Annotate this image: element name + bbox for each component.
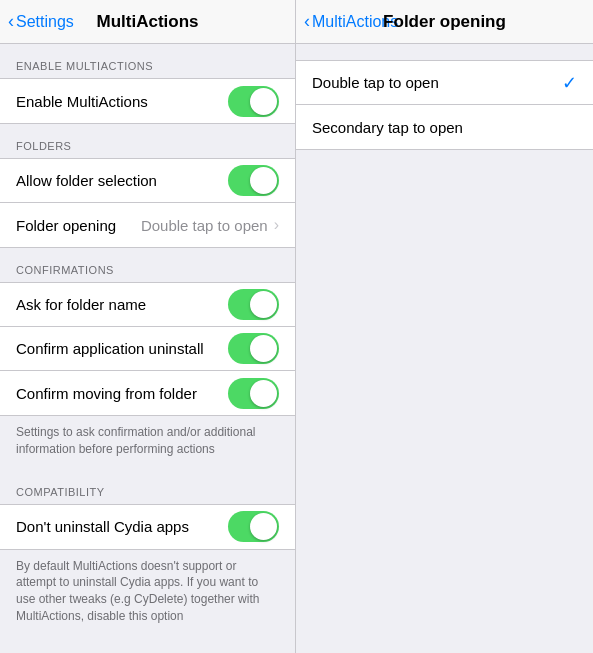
confirmations-section-header: CONFIRMATIONS: [0, 248, 295, 282]
compatibility-section-header: COMPATIBILITY: [0, 470, 295, 504]
enable-multiactions-toggle[interactable]: [228, 86, 279, 117]
left-panel: ‹ Settings MultiActions ENABLE MULTIACTI…: [0, 0, 296, 653]
right-nav-bar: ‹ MultiActions Folder opening: [296, 0, 593, 44]
secondary-tap-row[interactable]: Secondary tap to open: [296, 105, 593, 149]
right-panel: ‹ MultiActions Folder opening Double tap…: [296, 0, 593, 653]
allow-folder-selection-row[interactable]: Allow folder selection: [0, 159, 295, 203]
ask-folder-name-row[interactable]: Ask for folder name: [0, 283, 295, 327]
toggle-knob-3: [250, 291, 277, 318]
right-nav-title: Folder opening: [383, 12, 506, 32]
toggle-knob-2: [250, 167, 277, 194]
confirmations-footer: Settings to ask confirmation and/or addi…: [0, 416, 295, 470]
confirm-uninstall-row[interactable]: Confirm application uninstall: [0, 327, 295, 371]
left-back-button[interactable]: ‹ Settings: [8, 11, 74, 32]
double-tap-checkmark-icon: ✓: [562, 72, 577, 94]
toggle-knob-4: [250, 335, 277, 362]
ask-folder-name-label: Ask for folder name: [16, 296, 146, 313]
allow-folder-selection-label: Allow folder selection: [16, 172, 157, 189]
double-tap-label: Double tap to open: [312, 74, 439, 91]
left-back-chevron-icon: ‹: [8, 11, 14, 32]
compatibility-footer: By default MultiActions doesn't support …: [0, 550, 295, 637]
confirmations-section: Ask for folder name Confirm application …: [0, 282, 295, 416]
left-back-label: Settings: [16, 13, 74, 31]
folder-opening-detail: Double tap to open ›: [141, 216, 279, 234]
confirm-uninstall-toggle[interactable]: [228, 333, 279, 364]
right-back-chevron-icon: ‹: [304, 11, 310, 32]
confirm-moving-label: Confirm moving from folder: [16, 385, 197, 402]
left-nav-title: MultiActions: [97, 12, 199, 32]
enable-multiactions-label: Enable MultiActions: [16, 93, 148, 110]
folder-opening-row[interactable]: Folder opening Double tap to open ›: [0, 203, 295, 247]
left-nav-bar: ‹ Settings MultiActions: [0, 0, 295, 44]
folders-section: Allow folder selection Folder opening Do…: [0, 158, 295, 248]
enable-multiactions-row[interactable]: Enable MultiActions: [0, 79, 295, 123]
secondary-tap-label: Secondary tap to open: [312, 119, 463, 136]
folder-opening-value: Double tap to open: [141, 217, 268, 234]
confirm-moving-toggle[interactable]: [228, 378, 279, 409]
chevron-right-icon: ›: [274, 216, 279, 234]
dont-uninstall-cydia-label: Don't uninstall Cydia apps: [16, 518, 189, 535]
enable-section-header: ENABLE MULTIACTIONS: [0, 44, 295, 78]
toggle-knob-6: [250, 513, 277, 540]
folder-opening-options-section: Double tap to open ✓ Secondary tap to op…: [296, 60, 593, 150]
confirm-moving-row[interactable]: Confirm moving from folder: [0, 371, 295, 415]
allow-folder-selection-toggle[interactable]: [228, 165, 279, 196]
dont-uninstall-cydia-toggle[interactable]: [228, 511, 279, 542]
toggle-knob-5: [250, 380, 277, 407]
enable-section: Enable MultiActions: [0, 78, 295, 124]
compatibility-section: Don't uninstall Cydia apps: [0, 504, 295, 550]
ask-folder-name-toggle[interactable]: [228, 289, 279, 320]
toggle-knob: [250, 88, 277, 115]
dont-uninstall-cydia-row[interactable]: Don't uninstall Cydia apps: [0, 505, 295, 549]
folder-opening-label: Folder opening: [16, 217, 116, 234]
double-tap-row[interactable]: Double tap to open ✓: [296, 61, 593, 105]
folders-section-header: FOLDERS: [0, 124, 295, 158]
confirm-uninstall-label: Confirm application uninstall: [16, 340, 204, 357]
